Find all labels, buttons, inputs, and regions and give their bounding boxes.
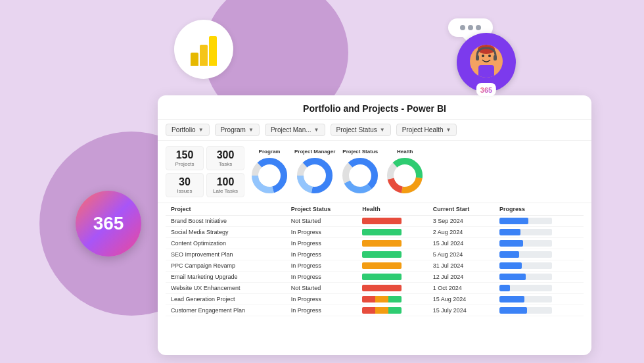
chat-dot-2 bbox=[468, 25, 473, 30]
stat-late-tasks-number: 100 bbox=[212, 176, 239, 188]
health-bar bbox=[362, 240, 402, 247]
health-bar bbox=[362, 251, 402, 258]
chart-project-status: Project Status bbox=[340, 149, 380, 195]
donut-pm bbox=[295, 156, 334, 195]
powerbi-icon-circle bbox=[174, 20, 233, 79]
stats-charts-row: 150 Projects 300 Tasks 30 Issues 100 Lat… bbox=[158, 141, 591, 203]
dashboard-card: Portfolio and Projects - Power BI Portfo… bbox=[158, 95, 591, 355]
progress-bar-fill bbox=[499, 307, 527, 314]
chart-pm-title: Project Manager bbox=[294, 149, 335, 155]
filter-portfolio[interactable]: Portfolio ▼ bbox=[166, 124, 210, 136]
stat-tasks-label: Tasks bbox=[212, 161, 239, 167]
cell-start-date: 2 Aug 2024 bbox=[428, 227, 494, 238]
cell-project-name: Brand Boost Initiative bbox=[166, 216, 286, 227]
progress-bar-fill bbox=[499, 296, 524, 302]
progress-bar-container bbox=[499, 285, 552, 291]
cell-health bbox=[357, 260, 428, 272]
table-row: Customer Engagement Plan In Progress 15 … bbox=[166, 305, 584, 316]
cell-health bbox=[357, 249, 428, 260]
support-agent-circle: 365 bbox=[457, 33, 516, 92]
cell-status: In Progress bbox=[286, 249, 357, 260]
stat-issues-number: 30 bbox=[172, 176, 198, 188]
cell-project-name: Website UX Enhancement bbox=[166, 283, 286, 294]
chart-ps-title: Project Status bbox=[342, 149, 378, 155]
cell-health bbox=[357, 294, 428, 305]
svg-point-3 bbox=[488, 55, 491, 57]
chevron-down-icon: ▼ bbox=[248, 127, 254, 133]
progress-bar-fill bbox=[499, 274, 526, 280]
project-table: Project Project Status Health Current St… bbox=[166, 203, 584, 316]
progress-bar-container bbox=[499, 240, 552, 247]
table-row: Content Optimization In Progress 15 Jul … bbox=[166, 238, 584, 249]
stat-late-tasks-label: Late Tasks bbox=[212, 188, 239, 194]
cell-progress bbox=[494, 249, 584, 260]
health-bar bbox=[362, 285, 402, 291]
filter-project-health[interactable]: Project Health ▼ bbox=[396, 124, 457, 136]
cell-progress bbox=[494, 216, 584, 227]
progress-bar-fill bbox=[499, 229, 520, 235]
cell-progress bbox=[494, 305, 584, 316]
health-bar bbox=[362, 274, 402, 280]
table-row: Brand Boost Initiative Not Started 3 Sep… bbox=[166, 216, 584, 227]
filter-ph-label: Project Health bbox=[402, 126, 444, 133]
progress-bar-fill bbox=[499, 240, 523, 247]
powerbi-bars bbox=[191, 33, 217, 66]
progress-bar-container bbox=[499, 218, 552, 224]
filter-project-status[interactable]: Project Status ▼ bbox=[331, 124, 391, 136]
cell-project-name: Email Marketing Upgrade bbox=[166, 272, 286, 283]
chart-program: Program bbox=[250, 149, 289, 195]
svg-point-2 bbox=[482, 55, 484, 57]
cell-status: In Progress bbox=[286, 238, 357, 249]
table-row: PPC Campaign Revamp In Progress 31 Jul 2… bbox=[166, 260, 584, 272]
table-row: Email Marketing Upgrade In Progress 12 J… bbox=[166, 272, 584, 283]
cell-health bbox=[357, 238, 428, 249]
stat-tasks-number: 300 bbox=[212, 149, 239, 161]
chevron-down-icon: ▼ bbox=[198, 127, 204, 133]
progress-bar-container bbox=[499, 229, 552, 235]
stat-late-tasks: 100 Late Tasks bbox=[206, 173, 244, 197]
stat-issues: 30 Issues bbox=[166, 173, 204, 197]
table-row: Lead Generation Project In Progress 15 A… bbox=[166, 294, 584, 305]
cell-progress bbox=[494, 238, 584, 249]
filter-pm-label: Project Man... bbox=[271, 126, 311, 133]
filter-project-manager[interactable]: Project Man... ▼ bbox=[265, 124, 325, 136]
cell-project-name: SEO Improvement Plan bbox=[166, 249, 286, 260]
health-bar bbox=[362, 307, 402, 314]
cell-health bbox=[357, 216, 428, 227]
stat-projects-number: 150 bbox=[172, 149, 198, 161]
svg-rect-4 bbox=[476, 55, 479, 60]
table-row: SEO Improvement Plan In Progress 5 Aug 2… bbox=[166, 249, 584, 260]
col-project: Project bbox=[166, 203, 286, 216]
cell-health bbox=[357, 305, 428, 316]
progress-bar-fill bbox=[499, 218, 528, 224]
cell-status: In Progress bbox=[286, 294, 357, 305]
stats-grid: 150 Projects 300 Tasks 30 Issues 100 Lat… bbox=[166, 146, 244, 197]
table-row: Website UX Enhancement Not Started 1 Oct… bbox=[166, 283, 584, 294]
cell-project-name: Social Media Strategy bbox=[166, 227, 286, 238]
cell-status: Not Started bbox=[286, 216, 357, 227]
agent-face-svg bbox=[471, 45, 502, 78]
col-start: Current Start bbox=[428, 203, 494, 216]
donut-program bbox=[250, 156, 289, 195]
cell-health bbox=[357, 283, 428, 294]
chevron-down-icon: ▼ bbox=[446, 127, 451, 133]
progress-bar-container bbox=[499, 296, 552, 302]
health-bar bbox=[362, 218, 402, 224]
cell-status: Not Started bbox=[286, 283, 357, 294]
filter-program[interactable]: Program ▼ bbox=[215, 124, 260, 136]
progress-bar-container bbox=[499, 262, 552, 269]
badge-365-text: 365 bbox=[93, 213, 124, 234]
cell-progress bbox=[494, 283, 584, 294]
cell-start-date: 15 July 2024 bbox=[428, 305, 494, 316]
progress-bar-fill bbox=[499, 262, 522, 269]
cell-progress bbox=[494, 294, 584, 305]
filter-portfolio-label: Portfolio bbox=[172, 126, 196, 133]
chat-dot-3 bbox=[476, 25, 481, 30]
col-progress: Progress bbox=[494, 203, 584, 216]
cell-status: In Progress bbox=[286, 227, 357, 238]
col-status: Project Status bbox=[286, 203, 357, 216]
support-365-badge: 365 bbox=[480, 86, 492, 94]
cell-start-date: 12 Jul 2024 bbox=[428, 272, 494, 283]
cell-status: In Progress bbox=[286, 260, 357, 272]
cell-project-name: Customer Engagement Plan bbox=[166, 305, 286, 316]
